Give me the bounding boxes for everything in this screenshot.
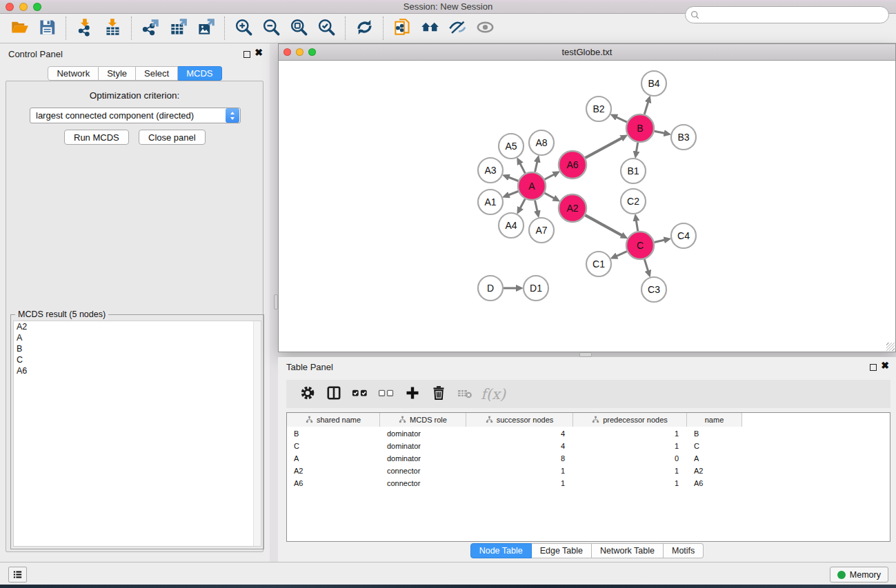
graph-node-B[interactable]: B <box>626 114 654 142</box>
table-cell[interactable]: connector <box>380 478 466 489</box>
first-neighbors-button[interactable] <box>416 17 444 40</box>
graph-node-A4[interactable]: A4 <box>499 213 524 238</box>
table-cell[interactable]: 1 <box>573 465 687 476</box>
graph-node-C[interactable]: C <box>626 232 654 259</box>
float-panel-icon[interactable] <box>243 51 250 58</box>
hide-selected-button[interactable] <box>444 17 471 40</box>
graph-node-B1[interactable]: B1 <box>621 159 646 183</box>
import-network-button[interactable] <box>71 17 99 40</box>
export-network-button[interactable] <box>137 17 164 40</box>
show-all-button[interactable] <box>471 17 499 40</box>
memory-button[interactable]: Memory <box>830 567 888 582</box>
tab-select[interactable]: Select <box>136 66 178 81</box>
table-row[interactable]: A2connector11A2 <box>287 465 890 476</box>
graph-node-B2[interactable]: B2 <box>586 97 611 121</box>
tab-style[interactable]: Style <box>99 66 136 81</box>
tab-network-table[interactable]: Network Table <box>592 543 664 558</box>
task-history-button[interactable] <box>8 567 27 582</box>
table-cell[interactable]: A2 <box>687 465 742 476</box>
table-row[interactable]: Bdominator41B <box>287 428 890 439</box>
mcds-result-item[interactable]: A6 <box>14 365 261 376</box>
clone-network-button[interactable] <box>388 17 416 40</box>
table-cell[interactable]: 8 <box>466 453 573 464</box>
table-cell[interactable]: connector <box>380 465 466 476</box>
zoom-selected-button[interactable] <box>312 17 340 40</box>
close-panel-button[interactable]: Close panel <box>139 130 206 145</box>
show-columns-button[interactable] <box>321 383 347 406</box>
column-header-successor-nodes[interactable]: successor nodes <box>466 413 573 427</box>
table-row[interactable]: Adominator80A <box>287 453 890 464</box>
list-scrollbar[interactable] <box>253 321 261 546</box>
table-cell[interactable]: 4 <box>466 428 573 439</box>
table-cell[interactable]: A <box>287 453 380 464</box>
zoom-out-button[interactable] <box>257 17 285 40</box>
column-header-MCDS-role[interactable]: MCDS role <box>380 413 466 427</box>
tab-node-table[interactable]: Node Table <box>470 543 532 558</box>
new-column-button[interactable] <box>399 383 426 406</box>
network-window-titlebar[interactable]: testGlobe.txt <box>279 44 895 61</box>
graph-edge-C-C2[interactable] <box>636 221 637 232</box>
horizontal-split-handle[interactable] <box>579 352 592 357</box>
search-input[interactable] <box>701 8 888 22</box>
unselect-all-columns-button[interactable] <box>373 383 399 406</box>
table-cell[interactable]: A <box>687 453 742 464</box>
table-cell[interactable]: 1 <box>573 478 687 489</box>
graph-edge-A-A2[interactable] <box>544 193 554 199</box>
graph-edge-C-C3[interactable] <box>644 259 648 271</box>
network-graph-canvas[interactable]: B4B2BB3A5A8A6B1A3AC2A1A2A4A7C4CC1DD1C3 <box>279 61 895 352</box>
table-cell[interactable]: B <box>287 428 380 439</box>
graph-node-C2[interactable]: C2 <box>621 189 646 214</box>
zoom-fit-button[interactable] <box>285 17 312 40</box>
graph-node-C3[interactable]: C3 <box>641 277 666 302</box>
graph-edge-B-B2[interactable] <box>616 117 627 122</box>
float-table-panel-icon[interactable] <box>870 364 877 371</box>
mcds-result-item[interactable]: B <box>14 343 261 354</box>
graph-node-A5[interactable]: A5 <box>499 134 524 159</box>
graph-edge-A-A8[interactable] <box>535 161 537 172</box>
graph-node-A8[interactable]: A8 <box>529 130 554 155</box>
column-header-name[interactable]: name <box>687 413 742 427</box>
graph-node-B3[interactable]: B3 <box>671 125 696 150</box>
tab-edge-table[interactable]: Edge Table <box>532 543 592 558</box>
graph-edge-A2-C[interactable] <box>585 215 621 235</box>
zoom-in-button[interactable] <box>230 17 257 40</box>
tab-mcds[interactable]: MCDS <box>178 66 221 81</box>
graph-node-A7[interactable]: A7 <box>529 218 554 243</box>
graph-node-C4[interactable]: C4 <box>671 223 696 248</box>
table-cell[interactable]: A6 <box>687 478 742 489</box>
table-cell[interactable]: 1 <box>573 440 687 452</box>
graph-edge-A6-B[interactable] <box>585 138 621 158</box>
table-cell[interactable]: 1 <box>466 478 573 489</box>
mcds-result-item[interactable]: A2 <box>14 321 261 332</box>
graph-edge-A-A6[interactable] <box>545 174 555 179</box>
graph-edge-A-A4[interactable] <box>520 199 525 209</box>
table-options-button[interactable] <box>295 383 321 406</box>
search-field[interactable] <box>685 6 889 23</box>
table-cell[interactable]: dominator <box>380 453 466 464</box>
mcds-result-item[interactable]: C <box>14 354 261 365</box>
tab-motifs[interactable]: Motifs <box>664 543 704 558</box>
table-cell[interactable]: A6 <box>287 478 380 489</box>
graph-edge-B-B3[interactable] <box>655 131 665 133</box>
table-cell[interactable]: 4 <box>466 440 573 452</box>
table-cell[interactable]: 0 <box>573 453 687 464</box>
table-cell[interactable]: dominator <box>380 428 466 439</box>
table-cell[interactable]: 1 <box>573 428 687 439</box>
column-header-predecessor-nodes[interactable]: predecessor nodes <box>573 413 687 427</box>
delete-column-button[interactable] <box>426 383 452 406</box>
tab-network[interactable]: Network <box>48 66 99 81</box>
graph-node-A1[interactable]: A1 <box>478 190 503 214</box>
table-cell[interactable]: C <box>687 440 742 452</box>
graph-node-B4[interactable]: B4 <box>641 71 666 96</box>
table-row[interactable]: Cdominator41C <box>287 440 890 452</box>
table-cell[interactable]: A2 <box>287 465 380 476</box>
criterion-select[interactable]: largest connected component (directed) <box>30 108 241 123</box>
graph-node-A6[interactable]: A6 <box>559 151 586 179</box>
mcds-result-list[interactable]: A2ABCA6 <box>13 321 261 547</box>
table-row[interactable]: A6connector11A6 <box>287 478 890 489</box>
window-resize-grip[interactable] <box>886 343 895 351</box>
table-cell[interactable]: C <box>287 440 380 452</box>
table-cell[interactable]: 1 <box>466 465 573 476</box>
save-session-button[interactable] <box>33 17 61 40</box>
table-cell[interactable]: dominator <box>380 440 466 452</box>
